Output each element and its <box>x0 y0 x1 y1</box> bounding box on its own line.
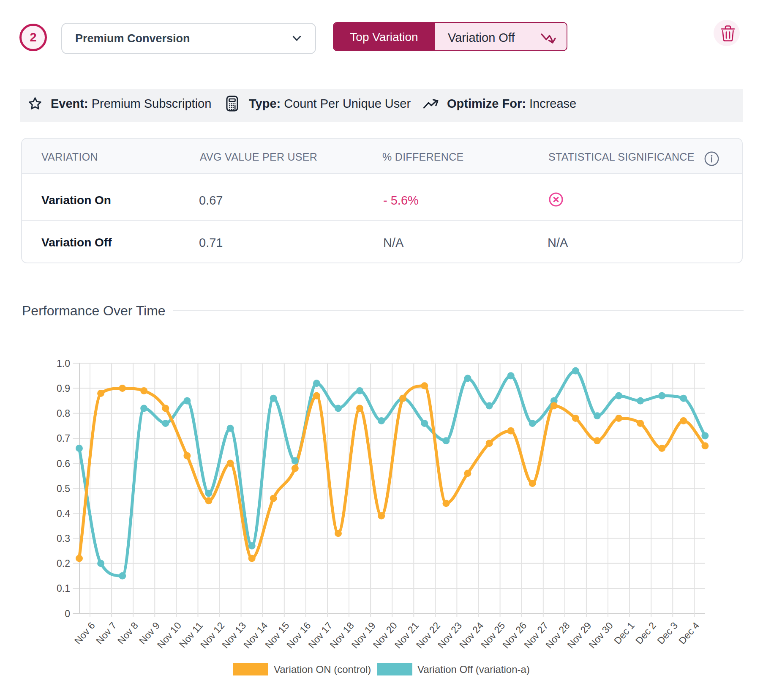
svg-text:Nov 30: Nov 30 <box>586 620 615 651</box>
svg-text:Dec 2: Dec 2 <box>633 620 658 646</box>
svg-text:0.6: 0.6 <box>57 458 70 469</box>
svg-text:Nov 10: Nov 10 <box>155 620 183 651</box>
svg-text:0.7: 0.7 <box>57 433 70 444</box>
svg-text:Nov 6: Nov 6 <box>72 620 97 646</box>
svg-text:Variation Off (variation-a): Variation Off (variation-a) <box>417 664 530 675</box>
svg-text:0.5: 0.5 <box>57 483 70 494</box>
svg-text:Dec 3: Dec 3 <box>655 620 680 646</box>
svg-text:Nov 8: Nov 8 <box>115 620 140 646</box>
svg-text:0: 0 <box>65 608 70 619</box>
svg-text:0.9: 0.9 <box>57 383 70 394</box>
svg-text:1.0: 1.0 <box>57 358 70 369</box>
svg-text:Variation ON (control): Variation ON (control) <box>274 664 371 675</box>
svg-text:0.3: 0.3 <box>57 533 70 544</box>
svg-text:0.8: 0.8 <box>57 408 70 419</box>
svg-text:Nov 7: Nov 7 <box>94 620 119 646</box>
svg-text:0.2: 0.2 <box>57 558 70 569</box>
svg-text:0.1: 0.1 <box>57 583 70 594</box>
svg-text:Dec 1: Dec 1 <box>612 620 637 646</box>
svg-text:Dec 4: Dec 4 <box>676 620 701 646</box>
svg-text:0.4: 0.4 <box>57 508 70 519</box>
